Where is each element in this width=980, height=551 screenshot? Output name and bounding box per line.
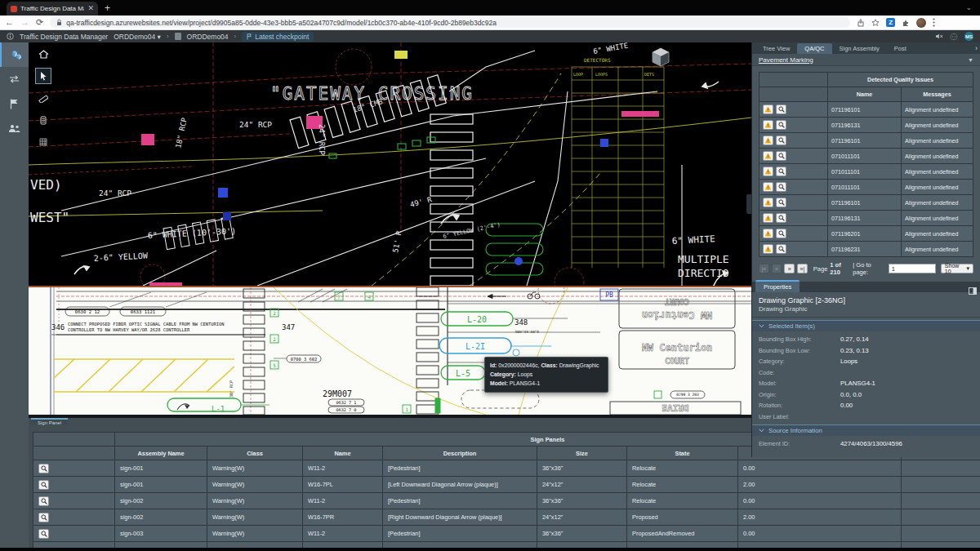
col-state[interactable]: State (627, 447, 738, 460)
layers-tool-button[interactable] (35, 112, 51, 128)
sign-row[interactable]: sign-002Warning(W) W16-7PR[Right Downwar… (33, 509, 980, 526)
locate-sign-button[interactable] (38, 529, 49, 539)
first-page-button[interactable]: |« (759, 264, 769, 273)
tab-post[interactable]: Post (887, 43, 914, 54)
qa-row[interactable]: 071011101Alignment undefined (760, 180, 973, 195)
measure-tool-button[interactable] (35, 90, 51, 106)
cad-viewport-plan[interactable]: 0630 2 12 0633 1121 346 CONNECT PROPOSED… (29, 286, 751, 415)
globe-icon[interactable] (950, 33, 958, 41)
tab-qaqc[interactable]: QA/QC (797, 43, 831, 54)
qa-row[interactable]: 071011101Alignment undefined (760, 164, 973, 180)
new-tab-button[interactable]: + (105, 3, 110, 13)
checkpoint-chip[interactable]: Latest checkpoint (242, 32, 314, 42)
col-assembly[interactable]: Assembly Name (115, 447, 207, 460)
sign-row[interactable]: sign-001Warning(W) W11-2[Pedestrian] 36"… (33, 460, 980, 477)
zoom-to-issue-button[interactable] (776, 244, 786, 254)
warning-icon-button[interactable] (763, 120, 773, 130)
sidebar-item-models[interactable] (0, 42, 29, 67)
forward-button[interactable]: → (20, 18, 29, 27)
profile-avatar[interactable] (916, 18, 926, 28)
qa-row[interactable]: 071196101Alignment undefined (760, 195, 973, 211)
selected-items-section-header[interactable]: Selected Item(s) (752, 320, 980, 331)
zoom-to-issue-button[interactable] (776, 120, 786, 130)
zoom-to-issue-button[interactable] (776, 151, 786, 161)
share-icon[interactable] (857, 19, 865, 27)
sign-row[interactable]: sign-002Warning(W) W11-2[Pedestrian] 36"… (33, 493, 980, 509)
window-chevron-icon[interactable]: ⌄ (965, 3, 972, 11)
page-size-select[interactable]: Show 10▾ (941, 264, 973, 273)
zoom-to-issue-button[interactable] (776, 182, 786, 192)
goto-page-input[interactable] (889, 264, 936, 273)
user-avatar[interactable]: MS (964, 32, 973, 41)
qa-col-name[interactable]: Name (828, 87, 902, 102)
label-l20: L-20 (467, 315, 487, 324)
pavement-marking-header[interactable]: Pavement Marking ▼ (752, 54, 980, 66)
zoom-to-issue-button[interactable] (776, 104, 786, 114)
mute-speaker-icon[interactable] (935, 33, 943, 40)
label-loops-col: LOOPS (595, 72, 608, 77)
sidebar-item-flags[interactable] (0, 91, 29, 116)
warning-icon-button[interactable] (763, 167, 773, 176)
project-selector[interactable]: ORDDemo04 ▾ (114, 33, 161, 41)
qa-row[interactable]: 071196201Alignment undefined (760, 226, 973, 242)
browser-tab[interactable]: Traffic Design Data Manager ✕ (7, 2, 98, 16)
col-name[interactable]: Name (303, 447, 383, 460)
tab-sign-assembly[interactable]: Sign Assembly (832, 43, 887, 54)
warning-icon-button[interactable] (763, 182, 773, 192)
sign-row[interactable]: sign-003Warning(W) W11-2[Pedestrian] 36"… (33, 526, 980, 542)
breadcrumb-model[interactable]: ORDDemo04 (187, 33, 229, 41)
warning-icon-button[interactable] (763, 104, 773, 114)
qa-row[interactable]: 071196101Alignment undefined (760, 133, 973, 149)
warning-icon-button[interactable] (763, 198, 773, 207)
tab-tree-view[interactable]: Tree View (755, 43, 797, 54)
zoom-to-issue-button[interactable] (776, 229, 786, 238)
tabs-overflow-icon[interactable]: › (975, 44, 978, 52)
qa-col-messages[interactable]: Messages (902, 87, 973, 102)
locate-sign-button[interactable] (38, 496, 49, 506)
sign-row[interactable]: sign-001Warning(W) W16-7PL[Left Downward… (33, 477, 980, 493)
zoom-to-issue-button[interactable] (776, 213, 786, 223)
qa-row[interactable]: 071196231Alignment undefined (760, 242, 973, 257)
tab-close-icon[interactable]: ✕ (87, 5, 94, 12)
z-extension-icon[interactable]: Z (886, 18, 895, 27)
reload-button[interactable]: ⟳ (36, 18, 43, 27)
zoom-to-issue-button[interactable] (776, 198, 786, 207)
tab-properties[interactable]: Properties (755, 280, 800, 292)
extensions-puzzle-icon[interactable] (902, 19, 910, 27)
locate-sign-button[interactable] (38, 464, 49, 473)
zoom-to-issue-button[interactable] (776, 167, 786, 176)
locate-sign-button[interactable] (38, 480, 49, 490)
view-cube[interactable] (651, 47, 670, 72)
sidebar-item-sync[interactable] (0, 67, 29, 91)
tab-sign-panel[interactable]: Sign Panel (31, 418, 68, 425)
warning-icon-button[interactable] (763, 244, 773, 254)
warning-icon-button[interactable] (763, 136, 773, 145)
address-bar[interactable]: qa-trafficdesign.azurewebsites.net/view/… (50, 17, 850, 28)
bookmark-star-icon[interactable] (871, 19, 880, 27)
col-description[interactable]: Description (383, 447, 537, 460)
last-page-button[interactable]: »| (797, 264, 808, 273)
info-icon[interactable] (7, 33, 14, 40)
zoom-to-issue-button[interactable] (776, 136, 786, 145)
qa-row[interactable]: 071196131Alignment undefined (760, 211, 973, 226)
warning-icon-button[interactable] (763, 213, 773, 223)
qa-row[interactable]: 071196101Alignment undefined (760, 102, 973, 118)
browser-menu-icon[interactable] (933, 18, 935, 27)
col-class[interactable]: Class (207, 447, 303, 460)
sidebar-item-users[interactable] (0, 116, 29, 140)
cad-viewport-main[interactable]: "GATEWAY CROSSING 18" CMB 24" RCP 24" RC… (29, 42, 751, 286)
qa-row[interactable]: 071196131Alignment undefined (760, 118, 973, 133)
prev-page-button[interactable]: « (772, 264, 782, 273)
home-view-button[interactable] (35, 46, 51, 62)
qa-row[interactable]: 071011101Alignment undefined (760, 149, 973, 164)
select-tool-button[interactable] (35, 68, 51, 84)
col-size[interactable]: Size (537, 447, 627, 460)
warning-icon-button[interactable] (763, 151, 773, 161)
locate-sign-button[interactable] (38, 513, 49, 522)
back-button[interactable]: ← (5, 18, 14, 27)
source-information-section-header[interactable]: Source Information (752, 424, 980, 436)
warning-icon-button[interactable] (763, 229, 773, 238)
panel-layout-icon[interactable] (969, 283, 977, 298)
next-page-button[interactable]: » (784, 264, 795, 273)
grid-tool-button[interactable] (35, 134, 51, 150)
